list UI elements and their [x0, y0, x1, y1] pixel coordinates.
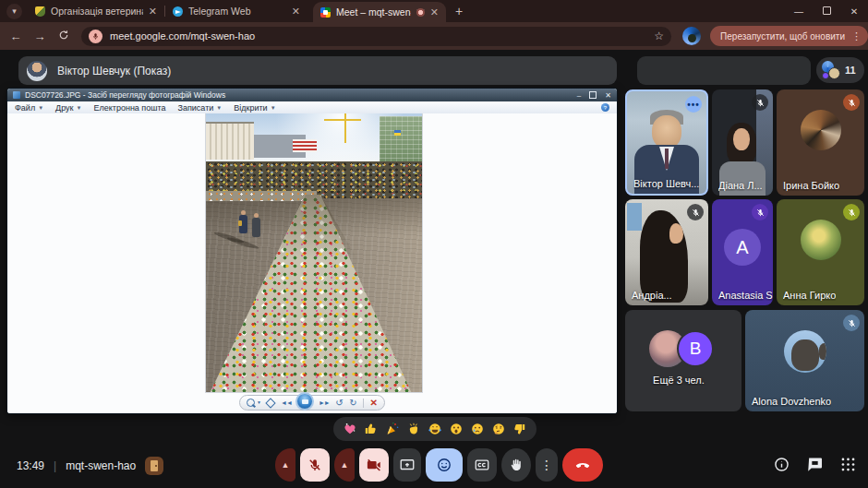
thinking-face-icon[interactable]: [491, 422, 506, 436]
tab-telegram[interactable]: Telegram Web ✕: [165, 0, 307, 22]
forward-icon[interactable]: →: [28, 30, 52, 43]
tab-label: Telegram Web: [188, 6, 286, 17]
maximize-window-icon[interactable]: [813, 6, 840, 17]
delete-image-icon[interactable]: ✕: [370, 399, 378, 408]
rotate-cw-icon[interactable]: ↻: [349, 399, 356, 408]
participant-name: Анна Гирко: [783, 290, 836, 301]
restart-to-update-button[interactable]: Перезапустити, щоб оновити ⋮: [710, 26, 868, 46]
avatar: [784, 330, 826, 373]
new-tab-button[interactable]: +: [455, 4, 463, 18]
video-figure: [733, 128, 750, 150]
crying-face-icon[interactable]: [470, 422, 485, 436]
mic-off-badge-icon: [752, 94, 768, 111]
participants-count-pill[interactable]: 11: [816, 57, 864, 83]
back-icon[interactable]: ←: [4, 30, 28, 43]
previous-image-icon[interactable]: ◄◄: [281, 399, 292, 406]
bookmark-star-icon[interactable]: ☆: [654, 30, 664, 42]
slideshow-icon[interactable]: [297, 394, 312, 409]
photo-viewer-app-icon: [13, 91, 20, 99]
thumbs-up-icon[interactable]: [364, 422, 379, 436]
meet-favicon-icon: [320, 7, 331, 18]
camera-options-chevron-icon[interactable]: ▲: [334, 448, 355, 482]
participant-name: Alona Dovzhenko: [752, 396, 831, 407]
thumbs-down-icon[interactable]: [512, 422, 526, 436]
browser-profile-avatar[interactable]: [682, 27, 701, 45]
pv-maximize-icon[interactable]: [589, 91, 597, 99]
face-with-tears-of-joy-icon[interactable]: [428, 422, 442, 436]
tile-viktor[interactable]: ••• Віктор Шевч...: [625, 89, 708, 196]
end-call-button[interactable]: [562, 448, 603, 482]
browser-menu-dots-icon[interactable]: ⋮: [851, 30, 862, 42]
tile-alona[interactable]: Alona Dovzhenko: [745, 310, 864, 411]
tile-diana[interactable]: Діана Л...: [712, 89, 773, 196]
zoom-magnifier-icon[interactable]: ▼: [247, 399, 261, 407]
participant-name: Андріа...: [632, 290, 672, 301]
sparkling-heart-icon[interactable]: [343, 422, 357, 436]
tile-anna[interactable]: Анна Гирко: [777, 199, 864, 305]
tile-andria[interactable]: Андріа...: [625, 199, 708, 305]
reload-icon[interactable]: [52, 30, 76, 43]
menu-burn[interactable]: Записати▼: [178, 103, 223, 113]
more-options-button[interactable]: ⋮: [536, 448, 558, 482]
participant-name: Діана Л...: [718, 180, 763, 191]
tile-overflow[interactable]: B Ещё 3 чел.: [625, 310, 741, 411]
camera-off-button[interactable]: [359, 448, 389, 482]
overflow-count-label: Ещё 3 чел.: [625, 375, 732, 386]
meeting-code: mqt-swen-hao: [66, 459, 136, 472]
mic-off-badge-icon: [752, 204, 768, 220]
next-image-icon[interactable]: ►►: [319, 399, 330, 406]
tab-vet-org[interactable]: Організація ветеринарної спр ✕: [28, 0, 164, 22]
tab-close-icon[interactable]: ✕: [149, 6, 157, 17]
menu-email[interactable]: Електронна пошта: [93, 103, 165, 113]
mic-off-badge-icon: [843, 94, 860, 111]
chevron-down-icon: ▼: [38, 105, 43, 111]
raise-hand-button[interactable]: [501, 448, 531, 482]
clapping-hands-icon[interactable]: [406, 422, 421, 436]
astonished-face-icon[interactable]: [449, 422, 464, 436]
tab-meet-active[interactable]: Meet – mqt-swen-hao ✕: [313, 2, 446, 22]
rotate-ccw-icon[interactable]: ↺: [335, 399, 343, 408]
browser-toolbar: ← → meet.google.com/mqt-swen-hao ☆ Перез…: [0, 22, 868, 50]
help-icon[interactable]: ?: [601, 103, 609, 112]
activities-grid-button[interactable]: [839, 456, 857, 473]
present-screen-button[interactable]: [393, 448, 421, 482]
actual-size-icon[interactable]: [267, 399, 274, 407]
menu-print[interactable]: Друк▼: [55, 103, 81, 113]
tile-iryna[interactable]: Ірина Бойко: [777, 89, 864, 196]
photo-building-right: [380, 116, 422, 168]
tile-anastasia[interactable]: A Anastasia Se...: [712, 199, 773, 305]
reactions-button[interactable]: [426, 448, 463, 482]
photo-viewer-title: DSC07726.JPG - Засіб перегляду фотографі…: [25, 90, 225, 100]
vet-org-favicon-icon: [35, 6, 45, 17]
chevron-down-icon: ▼: [271, 105, 276, 111]
mic-options-chevron-icon[interactable]: ▲: [275, 448, 295, 482]
browser-tab-strip: ▾ Організація ветеринарної спр ✕ Telegra…: [0, 0, 868, 22]
close-window-icon[interactable]: ✕: [840, 6, 868, 17]
tab-close-icon[interactable]: ✕: [292, 6, 300, 17]
menu-file[interactable]: Файл▼: [15, 103, 43, 113]
photo-viewer-titlebar[interactable]: DSC07726.JPG - Засіб перегляду фотографі…: [7, 89, 617, 101]
photo-banner: [293, 139, 317, 152]
chevron-down-icon: ▼: [216, 105, 222, 111]
minimize-window-icon[interactable]: —: [785, 6, 813, 17]
pv-minimize-icon[interactable]: –: [577, 91, 581, 100]
address-bar[interactable]: meet.google.com/mqt-swen-hao ☆: [81, 27, 671, 46]
mic-off-badge-icon: [687, 204, 704, 220]
tab-search-chevron-icon[interactable]: ▾: [6, 4, 22, 19]
more-options-badge-icon[interactable]: •••: [685, 96, 702, 113]
restart-label: Перезапустити, щоб оновити: [720, 31, 845, 42]
mic-off-button[interactable]: [300, 448, 330, 482]
party-popper-icon[interactable]: [385, 422, 400, 436]
pv-close-icon[interactable]: ✕: [605, 91, 611, 100]
menu-open[interactable]: Відкрити▼: [234, 103, 275, 113]
video-figure: [627, 203, 642, 231]
mini-avatar: [828, 67, 840, 79]
meeting-info: 13:49 | mqt-swen-hao: [17, 457, 163, 475]
panel-buttons: [773, 456, 857, 473]
photo-building-colonnade: [206, 122, 254, 160]
tab-mic-indicator-icon[interactable]: [89, 30, 102, 43]
chat-button[interactable]: [806, 456, 824, 473]
tab-close-icon[interactable]: ✕: [430, 7, 439, 18]
meeting-details-button[interactable]: [773, 456, 790, 473]
captions-button[interactable]: [467, 448, 497, 482]
